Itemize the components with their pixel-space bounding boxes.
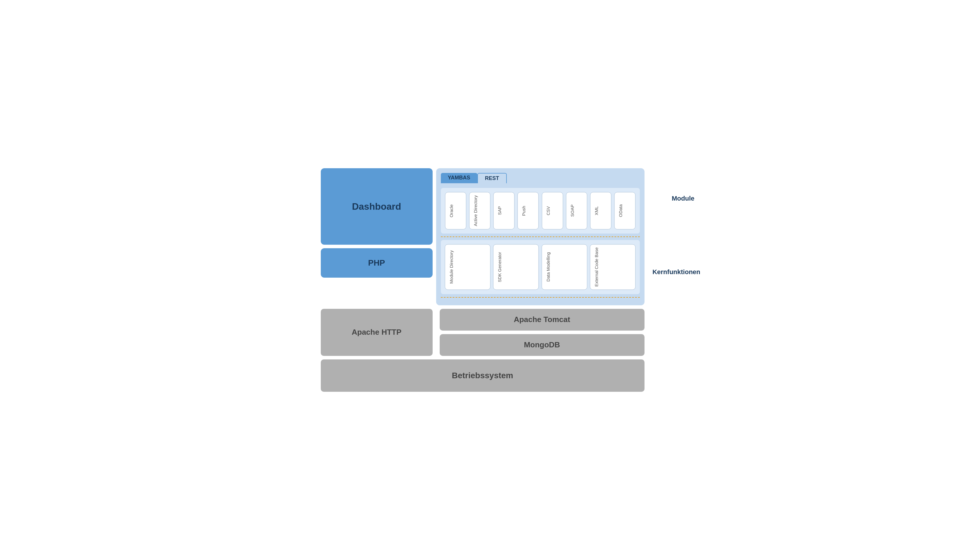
- modules-section: Oracle Active Directory SAP Push CSV SOA…: [441, 188, 640, 233]
- infra-layer: Apache HTTP Apache Tomcat MongoDB: [321, 309, 644, 356]
- kern-label: Kernfunktionen: [653, 268, 700, 276]
- os-label: Betriebssystem: [452, 371, 513, 380]
- tab-yambas: YAMBAS: [441, 173, 478, 183]
- kern-card-sdk-generator: SDK Generator: [493, 244, 539, 290]
- php-label: PHP: [368, 258, 385, 268]
- dashboard-box: Dashboard: [321, 168, 433, 245]
- apache-tomcat-label: Apache Tomcat: [514, 315, 570, 324]
- modules-divider: [441, 237, 640, 237]
- kern-section: Module Directory SDK Generator Data Mode…: [441, 240, 640, 294]
- kern-grid: Module Directory SDK Generator Data Mode…: [445, 244, 636, 290]
- php-box: PHP: [321, 248, 433, 278]
- apache-http-box: Apache HTTP: [321, 309, 433, 356]
- module-card-odata: OData: [614, 192, 635, 229]
- kern-card-data-modelling: Data Modelling: [542, 244, 587, 290]
- module-card-push: Push: [517, 192, 538, 229]
- module-label: Module: [672, 195, 695, 202]
- module-card-sap: SAP: [493, 192, 514, 229]
- right-infra: Apache Tomcat MongoDB: [436, 309, 644, 356]
- module-card-soap: SOAP: [566, 192, 587, 229]
- mongodb-box: MongoDB: [440, 334, 644, 356]
- kern-card-module-directory: Module Directory: [445, 244, 491, 290]
- module-card-xml: XML: [590, 192, 611, 229]
- architecture-diagram: Dashboard PHP YAMBAS REST: [321, 168, 644, 392]
- apache-tomcat-box: Apache Tomcat: [440, 309, 644, 331]
- yambas-container: YAMBAS REST Oracle Active Directory SAP …: [436, 168, 644, 305]
- apache-http-label: Apache HTTP: [352, 328, 401, 337]
- yambas-column: YAMBAS REST Oracle Active Directory SAP …: [433, 168, 644, 305]
- left-column: Dashboard PHP: [321, 168, 433, 305]
- module-card-active-directory: Active Directory: [469, 192, 490, 229]
- module-card-oracle: Oracle: [445, 192, 466, 229]
- os-layer: Betriebssystem: [321, 359, 644, 392]
- modules-grid: Oracle Active Directory SAP Push CSV SOA…: [445, 192, 636, 229]
- module-card-csv: CSV: [542, 192, 563, 229]
- dashboard-label: Dashboard: [352, 201, 401, 212]
- mongodb-label: MongoDB: [524, 340, 560, 349]
- yambas-tabs: YAMBAS REST: [441, 173, 640, 183]
- tab-rest: REST: [478, 173, 507, 183]
- kern-divider: [441, 297, 640, 298]
- kern-card-external-code-base: External Code Base: [590, 244, 636, 290]
